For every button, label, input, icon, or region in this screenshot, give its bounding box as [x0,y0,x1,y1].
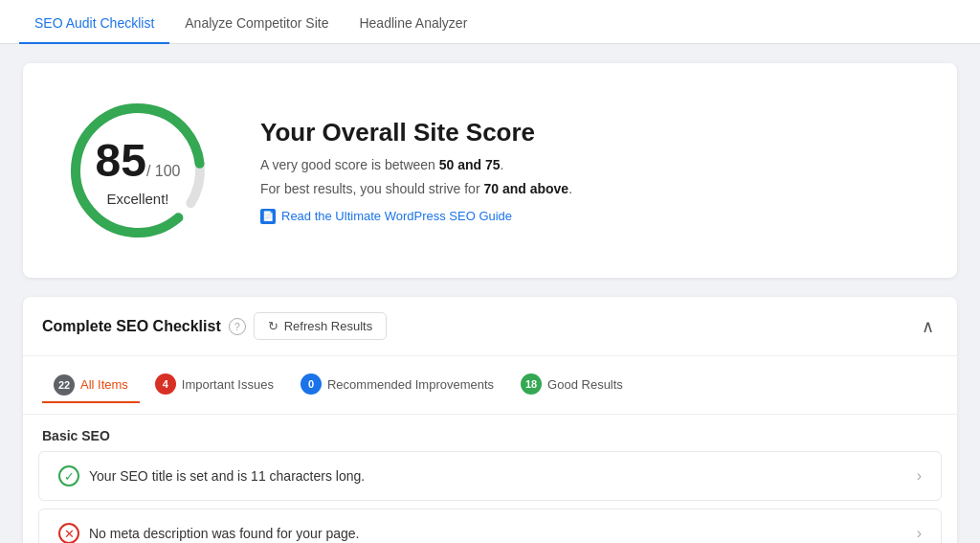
header-right: ∧ [918,316,938,337]
refresh-icon: ↻ [268,319,278,333]
chevron-right-icon: › [917,467,922,485]
checklist-item-title[interactable]: ✓ Your SEO title is set and is 11 charac… [38,451,942,501]
checklist-title-row: Complete SEO Checklist ? ↻ Refresh Resul… [42,312,387,340]
all-label: All Items [80,377,128,392]
filter-tab-important[interactable]: 4 Important Issues [144,368,285,402]
score-guide-link[interactable]: 📄 Read the Ultimate WordPress SEO Guide [260,209,512,224]
checklist-card: Complete SEO Checklist ? ↻ Refresh Resul… [23,297,957,543]
score-number: 85/ 100 [96,134,181,187]
improvements-badge: 0 [301,373,322,395]
score-circle: 85/ 100 Excellent! [61,94,214,247]
score-title: Your Overall Site Score [260,118,572,147]
item-left-title: ✓ Your SEO title is set and is 11 charac… [58,465,365,486]
main-content: 85/ 100 Excellent! Your Overall Site Sco… [0,44,980,543]
link-icon: 📄 [260,209,276,224]
section-basic-seo-title: Basic SEO [23,415,957,451]
tab-analyze-competitor[interactable]: Analyze Competitor Site [169,4,344,44]
item-title-text: Your SEO title is set and is 11 characte… [89,468,365,484]
help-icon[interactable]: ? [229,318,246,335]
collapse-button[interactable]: ∧ [918,316,938,337]
important-badge: 4 [155,373,176,395]
chevron-right-icon-2: › [917,525,922,542]
checklist-title: Complete SEO Checklist [42,318,221,335]
important-label: Important Issues [182,377,274,392]
score-desc2: For best results, you should strive for … [260,179,572,199]
refresh-button[interactable]: ↻ Refresh Results [254,312,387,340]
improvements-label: Recommended Improvements [327,377,494,392]
good-badge: 18 [521,373,542,395]
item-meta-text: No meta description was found for your p… [89,526,360,541]
check-icon-green: ✓ [58,465,79,486]
tab-seo-audit[interactable]: SEO Audit Checklist [19,4,169,44]
item-left-meta: ✕ No meta description was found for your… [58,523,360,543]
filter-tab-improvements[interactable]: 0 Recommended Improvements [289,368,505,402]
score-label: Excellent! [96,191,181,207]
score-inner: 85/ 100 Excellent! [96,134,181,207]
checklist-item-meta[interactable]: ✕ No meta description was found for your… [38,509,942,543]
score-desc1: A very good score is between 50 and 75. [260,155,572,175]
score-card: 85/ 100 Excellent! Your Overall Site Sco… [23,63,957,278]
filter-tab-all[interactable]: 22 All Items [42,369,140,403]
check-icon-red: ✕ [58,523,79,543]
good-label: Good Results [547,377,623,392]
checklist-header: Complete SEO Checklist ? ↻ Refresh Resul… [23,297,957,356]
filter-tab-good[interactable]: 18 Good Results [509,368,635,402]
score-info: Your Overall Site Score A very good scor… [260,118,572,224]
tabs-bar: SEO Audit Checklist Analyze Competitor S… [0,0,980,44]
filter-tabs: 22 All Items 4 Important Issues 0 Recomm… [23,356,957,415]
all-badge: 22 [54,374,75,396]
tab-headline-analyzer[interactable]: Headline Analyzer [344,4,482,44]
app-container: SEO Audit Checklist Analyze Competitor S… [0,0,980,543]
